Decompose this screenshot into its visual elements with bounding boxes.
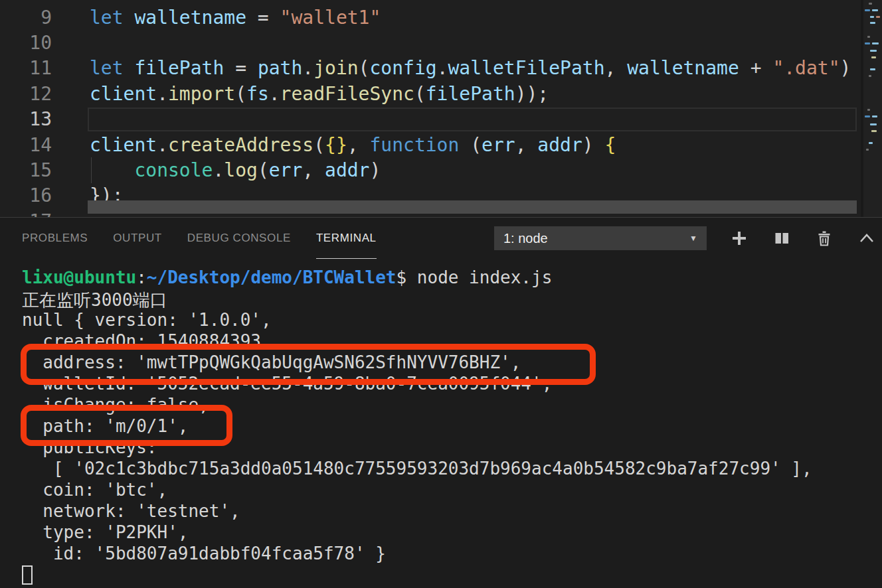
- terminal-selector-value: 1: node: [503, 231, 548, 246]
- line-number: 13: [0, 108, 90, 130]
- terminal-cursor-line: [22, 565, 882, 586]
- panel-tab-problems[interactable]: PROBLEMS: [22, 218, 88, 259]
- new-terminal-button[interactable]: [729, 228, 749, 248]
- panel-tab-bar: PROBLEMSOUTPUTDEBUG CONSOLETERMINAL 1: n…: [0, 218, 882, 259]
- terminal-line: path: 'm/0/1',: [22, 416, 882, 437]
- chevron-down-icon: ▼: [689, 234, 697, 243]
- terminal-cursor: [22, 565, 33, 585]
- chevron-up-icon: [858, 230, 875, 247]
- panel-tab-output[interactable]: OUTPUT: [113, 218, 161, 259]
- terminal-line: [ '02c1c3bdbc715a3dd0a051480c77559593203…: [22, 459, 882, 480]
- code-line-12[interactable]: 12client.import(fs.readFileSync(filePath…: [0, 81, 882, 106]
- terminal-line: 正在监听3000端口: [22, 289, 882, 310]
- code-line-13[interactable]: 13: [0, 107, 882, 132]
- code-text: let filePath = path.join(config.walletFi…: [90, 57, 851, 79]
- code-line-9[interactable]: 9let walletname = "wallet1": [0, 5, 882, 30]
- terminal-line: null { version: '1.0.0',: [22, 310, 882, 331]
- line-number: 12: [0, 83, 90, 105]
- line-number: 11: [0, 57, 90, 79]
- code-text: let walletname = "wallet1": [90, 7, 381, 29]
- terminal-line: address: 'mwtTPpQWGkQabUqgAwSN62SfhNYVV7…: [22, 352, 882, 374]
- terminal-line: isChange: false,: [22, 395, 882, 416]
- code-editor[interactable]: 9let walletname = "wallet1"1011let fileP…: [0, 0, 882, 218]
- line-number: 17: [0, 210, 90, 218]
- editor-minimap[interactable]: [861, 0, 882, 217]
- line-number: 10: [0, 32, 90, 54]
- code-line-10[interactable]: 10: [0, 30, 882, 55]
- split-pane-icon: [773, 230, 790, 247]
- code-lines: 9let walletname = "wallet1"1011let fileP…: [0, 5, 882, 218]
- code-line-15[interactable]: 15 console.log(err, addr): [0, 157, 882, 183]
- code-text: client.import(fs.readFileSync(filePath))…: [90, 83, 549, 105]
- terminal-line: id: '5bd807a91dabbf04fcaa5f78' }: [22, 544, 882, 565]
- maximize-panel-button[interactable]: [857, 228, 877, 248]
- terminal-line: createdOn: 1540884393,: [22, 331, 882, 352]
- terminal-line: lixu@ubuntu:~/Desktop/demo/BTCWallet$ no…: [22, 267, 882, 289]
- terminal-line: walletId: '5052ecad-ee55-4a59-8ba0-7cea0…: [22, 374, 882, 395]
- line-number: 9: [0, 7, 90, 29]
- terminal-selector-dropdown[interactable]: 1: node ▼: [494, 226, 707, 250]
- split-terminal-button[interactable]: [772, 228, 792, 248]
- line-number: 15: [0, 159, 90, 181]
- code-text: console.log(err, addr): [90, 159, 381, 181]
- terminal-output[interactable]: lixu@ubuntu:~/Desktop/demo/BTCWallet$ no…: [0, 259, 882, 587]
- plus-icon: [731, 230, 748, 247]
- panel-tabs: PROBLEMSOUTPUTDEBUG CONSOLETERMINAL: [22, 218, 402, 259]
- code-text: client.createAddress({}, function (err, …: [90, 134, 616, 156]
- line-number: 14: [0, 134, 90, 156]
- panel-tab-terminal[interactable]: TERMINAL: [316, 218, 377, 259]
- indent-guide: [91, 157, 92, 183]
- terminal-line: type: 'P2PKH',: [22, 522, 882, 544]
- terminal-line: network: 'testnet',: [22, 501, 882, 522]
- kill-terminal-button[interactable]: [814, 228, 834, 248]
- terminal-line: coin: 'btc',: [22, 480, 882, 501]
- line-number: 16: [0, 184, 90, 206]
- bottom-panel: PROBLEMSOUTPUTDEBUG CONSOLETERMINAL 1: n…: [0, 218, 882, 587]
- terminal-line: publicKeys:: [22, 437, 882, 459]
- editor-horizontal-scrollbar[interactable]: [88, 200, 857, 214]
- trash-icon: [816, 230, 833, 247]
- current-line-highlight: [88, 108, 857, 131]
- code-line-14[interactable]: 14client.createAddress({}, function (err…: [0, 132, 882, 157]
- panel-tab-debug-console[interactable]: DEBUG CONSOLE: [187, 218, 291, 259]
- code-line-11[interactable]: 11let filePath = path.join(config.wallet…: [0, 56, 882, 81]
